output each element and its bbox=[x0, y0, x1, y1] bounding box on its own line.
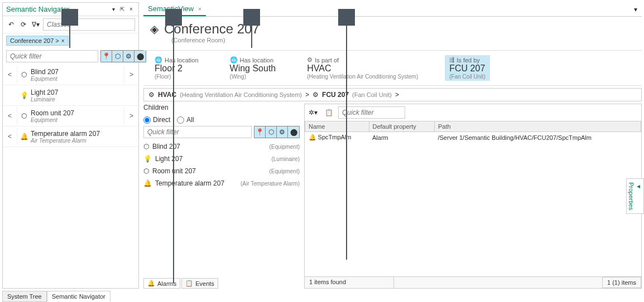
child-item[interactable]: ⬡ Room unit 207 (Equipment) bbox=[143, 165, 300, 177]
callout-marker-2 bbox=[165, 9, 182, 26]
tab-dropdown-icon[interactable]: ▾ bbox=[634, 6, 637, 13]
room-icon: ◈ bbox=[150, 22, 158, 36]
nav-back-button[interactable]: < bbox=[3, 128, 17, 145]
semantic-navigator-panel: Semantic Navigator ▾ ⇱ × ↶ ⟳ ∇▾ Conferen… bbox=[2, 2, 139, 289]
child-item[interactable]: 🔔 Temperature alarm 207 (Air Temperature… bbox=[143, 177, 300, 189]
cube-filter-icon[interactable]: ⬡ bbox=[112, 51, 123, 62]
col-name[interactable]: Name bbox=[305, 121, 369, 132]
cube-filter-icon[interactable]: ⬡ bbox=[266, 126, 277, 138]
item-sub: Air Temperature Alarm bbox=[31, 138, 124, 144]
relation-name: HVAC bbox=[307, 64, 331, 74]
item-sub: Equipment bbox=[31, 117, 124, 123]
tab-events[interactable]: 📋 Events bbox=[181, 278, 218, 289]
semantic-view-panel: SemanticView × ▾ ◈ Conference 207 (Confe… bbox=[143, 2, 642, 289]
close-icon[interactable]: × bbox=[127, 6, 135, 13]
bottom-tabs: System Tree Semantic Navigator bbox=[2, 291, 110, 302]
relation-name: Wing South bbox=[230, 64, 276, 74]
child-item[interactable]: 💡 Light 207 (Luminaire) bbox=[143, 153, 300, 165]
alarm-icon: 🔔 bbox=[147, 280, 155, 287]
star-menu-icon[interactable]: ✲▾ bbox=[307, 106, 319, 119]
pin-filter-icon[interactable]: 📍 bbox=[254, 126, 266, 138]
radio-direct-input[interactable] bbox=[143, 116, 151, 124]
view-tab-row: SemanticView × ▾ bbox=[143, 2, 642, 17]
callout-line-4 bbox=[346, 26, 347, 260]
crumb-fcu[interactable]: FCU 207 bbox=[322, 91, 349, 99]
item-sub: Luminaire bbox=[31, 96, 124, 103]
details-quick-filter[interactable] bbox=[338, 106, 405, 119]
tab-semantic-navigator[interactable]: Semantic Navigator bbox=[47, 291, 110, 302]
callout-marker-1 bbox=[61, 9, 78, 26]
gear-filter-icon[interactable]: ⚙ bbox=[123, 51, 134, 62]
page-subtitle: (Conference Room) bbox=[171, 37, 635, 43]
tree-item[interactable]: < ⬡ Blind 207 Equipment > bbox=[3, 65, 138, 85]
relation-sub: (Wing) bbox=[230, 74, 246, 80]
breadcrumb-close-icon[interactable]: × bbox=[61, 38, 65, 44]
nav-forward-button[interactable]: > bbox=[124, 108, 138, 124]
refresh-icon[interactable]: ⟳ bbox=[18, 19, 28, 30]
breadcrumb-chip[interactable]: Conference 207 > × bbox=[6, 36, 69, 46]
tree-item[interactable]: < ⬡ Room unit 207 Equipment > bbox=[3, 106, 138, 126]
alarm-icon: 🔔 bbox=[309, 134, 316, 140]
cube-icon: ⬡ bbox=[143, 167, 149, 175]
quick-filter-input[interactable] bbox=[6, 50, 98, 62]
nav-forward-button[interactable]: > bbox=[124, 66, 138, 83]
tree-item[interactable]: < 💡 Light 207 Luminaire > bbox=[3, 85, 138, 106]
children-panel: Children Direct All 📍 ⬡ ⚙ ⬤ ⬡ bbox=[143, 104, 300, 289]
children-title: Children bbox=[143, 104, 300, 111]
radio-direct[interactable]: Direct bbox=[143, 116, 170, 124]
footer-items-found: 1 items found bbox=[305, 277, 394, 288]
relation-card-wing[interactable]: 🌐Has location Wing South (Wing) bbox=[225, 55, 281, 81]
relation-name: FCU 207 bbox=[449, 64, 485, 74]
callout-line-3 bbox=[251, 26, 252, 48]
gear-filter-icon[interactable]: ⚙ bbox=[277, 126, 288, 138]
cube-icon: ⬡ bbox=[143, 143, 149, 150]
relation-card-hvac[interactable]: ⚙Is part of HVAC (Heating Ventilation Ai… bbox=[302, 55, 422, 81]
nav-back-button[interactable]: < bbox=[3, 108, 17, 124]
pin-icon[interactable]: ⇱ bbox=[118, 6, 126, 13]
callout-marker-4 bbox=[338, 9, 355, 26]
hvac-breadcrumb: ⚙ HVAC (Heating Ventilation Air Conditio… bbox=[143, 88, 642, 101]
filter-icon[interactable]: ∇▾ bbox=[31, 19, 41, 30]
cube-icon: ⬡ bbox=[17, 112, 31, 120]
relation-sub: (Floor) bbox=[155, 74, 171, 80]
point-filter-icon[interactable]: ⬤ bbox=[288, 126, 299, 138]
relation-name: Floor 2 bbox=[155, 64, 182, 74]
filter-icon-group: 📍 ⬡ ⚙ ⬤ bbox=[100, 50, 146, 62]
tab-alarms[interactable]: 🔔 Alarms bbox=[143, 278, 180, 289]
callout-marker-3 bbox=[243, 9, 260, 26]
light-icon: 💡 bbox=[143, 155, 152, 163]
main-header: ◈ Conference 207 (Conference Room) bbox=[143, 17, 642, 48]
table-row[interactable]: 🔔 SpcTmpAlm Alarm /Server 1/Semantic Bui… bbox=[305, 132, 641, 143]
pin-filter-icon[interactable]: 📍 bbox=[101, 51, 112, 62]
back-icon[interactable]: ↶ bbox=[6, 19, 16, 30]
col-path[interactable]: Path bbox=[434, 121, 641, 132]
clipboard-icon[interactable]: 📋 bbox=[323, 106, 335, 119]
gear-icon: ⚙ bbox=[307, 56, 313, 64]
radio-all-input[interactable] bbox=[177, 116, 184, 124]
tab-close-icon[interactable]: × bbox=[198, 6, 201, 12]
bell-icon: 🔔 bbox=[17, 133, 31, 140]
relation-card-fcu[interactable]: ⇶Is fed by FCU 207 (Fan Coil Unit) bbox=[445, 55, 489, 81]
radio-all[interactable]: All bbox=[177, 116, 194, 124]
dropdown-icon[interactable]: ▾ bbox=[109, 6, 117, 13]
child-item[interactable]: ⬡ Blind 207 (Equipment) bbox=[143, 140, 300, 153]
callout-line-2 bbox=[173, 26, 174, 283]
feed-icon: ⇶ bbox=[449, 56, 454, 64]
light-icon: 💡 bbox=[17, 91, 31, 99]
details-panel: ✲▾ 📋 Name Default property Path bbox=[304, 104, 642, 289]
nav-back-button[interactable]: < bbox=[3, 66, 17, 83]
relation-card-floor[interactable]: 🌐Has location Floor 2 (Floor) bbox=[150, 55, 203, 81]
tab-system-tree[interactable]: System Tree bbox=[2, 291, 47, 302]
tree-item[interactable]: < 🔔 Temperature alarm 207 Air Temperatur… bbox=[3, 126, 138, 147]
filter-row: 📍 ⬡ ⚙ ⬤ bbox=[3, 48, 138, 65]
properties-side-tab[interactable]: ◂ Properties bbox=[626, 178, 644, 214]
classes-input[interactable] bbox=[43, 18, 135, 31]
col-default-property[interactable]: Default property bbox=[369, 121, 434, 132]
bell-icon: 🔔 bbox=[143, 179, 152, 187]
footer-items-count: 1 (1) items bbox=[602, 277, 641, 288]
globe-icon: 🌐 bbox=[230, 56, 238, 64]
relation-sub: (Heating Ventilation Air Conditioning Sy… bbox=[307, 74, 418, 80]
gear-icon: ⚙ bbox=[148, 91, 155, 99]
children-quick-filter[interactable] bbox=[143, 126, 252, 138]
breadcrumb-label: Conference 207 > bbox=[10, 37, 59, 44]
